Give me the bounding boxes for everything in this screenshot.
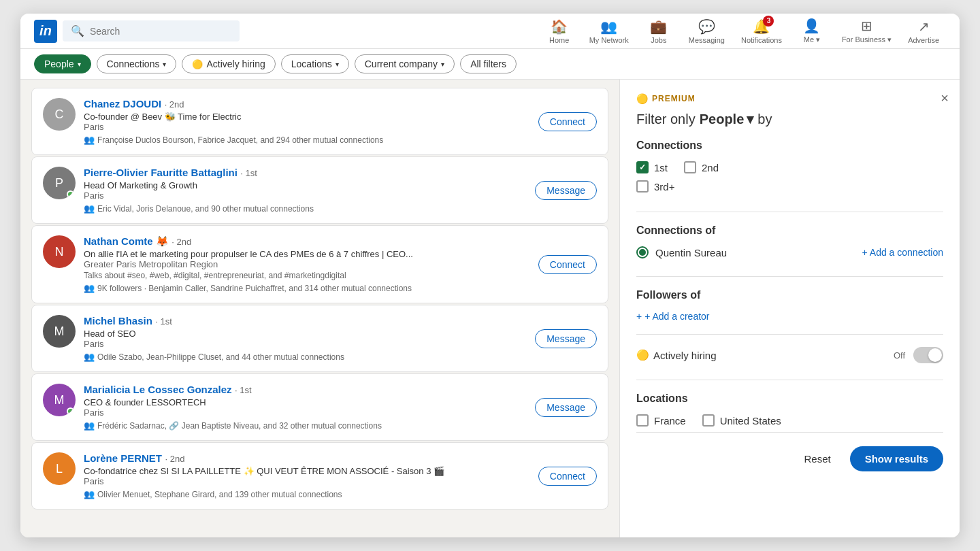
people-filter-label: People <box>44 59 74 69</box>
checkbox-united-states[interactable]: United States <box>702 414 781 427</box>
premium-text: PREMIUM <box>652 94 696 103</box>
table-row: N Nathan Comte 🦊 · 2nd On allie l'IA et … <box>31 225 608 303</box>
avatar: M <box>43 384 76 416</box>
actively-hiring-filter-label: Actively hiring <box>206 59 265 69</box>
connect-button[interactable]: Connect <box>538 255 597 274</box>
result-degree: · 2nd <box>165 454 184 464</box>
result-title: Co-fondatrice chez SI SI LA PAILLETTE ✨ … <box>84 466 597 476</box>
result-mutual: 👥 Eric Vidal, Joris Delanoue, and 90 oth… <box>84 203 597 214</box>
add-creator-link[interactable]: + + Add a creator <box>636 311 943 322</box>
close-panel-button[interactable]: × <box>941 90 949 106</box>
checkbox-1st-box[interactable] <box>636 161 649 173</box>
current-company-filter-label: Current company <box>365 59 438 69</box>
filter-entity-label[interactable]: People ▾ <box>700 111 754 127</box>
followers-of-title: Followers of <box>636 289 943 301</box>
all-filters-label: All filters <box>470 59 506 69</box>
premium-icon: 🟡 <box>636 93 648 104</box>
result-degree: · 2nd <box>172 237 191 247</box>
result-name[interactable]: Lorène PERNET <box>84 452 162 464</box>
checkbox-3rd-box[interactable] <box>636 180 649 193</box>
result-name[interactable]: Pierre-Olivier Fauritte Battaglini <box>84 167 238 178</box>
table-row: C Chanez DJOUDI · 2nd Co-founder @ Beev … <box>31 88 608 155</box>
panel-footer: Reset Show results <box>636 432 943 471</box>
nav-home-label: Home <box>549 36 569 44</box>
show-results-button[interactable]: Show results <box>850 446 943 471</box>
nav-advertise-label: Advertise <box>908 36 939 44</box>
result-title: Head Of Marketing & Growth <box>84 180 597 190</box>
checkbox-france[interactable]: France <box>636 414 686 427</box>
search-input[interactable] <box>90 26 231 37</box>
result-info: Michel Bhasin · 1st Head of SEO Paris 👥 … <box>84 315 597 362</box>
table-row: M Michel Bhasin · 1st Head of SEO Paris … <box>31 305 608 372</box>
connect-button[interactable]: Connect <box>538 467 597 486</box>
nav-messaging-label: Messaging <box>689 36 725 44</box>
checkbox-1st-label: 1st <box>654 162 668 173</box>
result-mutual: 👥 Olivier Menuet, Stephane Girard, and 1… <box>84 489 597 499</box>
notifications-icon: 🔔 3 <box>753 18 770 35</box>
result-title: CEO & founder LESSORTECH <box>84 397 597 407</box>
result-degree: · 1st <box>240 168 257 178</box>
nav-business[interactable]: ⊞ For Business ▾ <box>835 15 898 47</box>
avatar: N <box>43 235 76 268</box>
checkbox-2nd-box[interactable] <box>684 161 696 173</box>
result-name[interactable]: Chanez DJOUDI <box>84 98 161 110</box>
result-location: Paris <box>84 190 597 201</box>
result-name[interactable]: Marialicia Le Cossec Gonzalez <box>84 384 232 395</box>
all-filters-button[interactable]: All filters <box>460 54 517 73</box>
avatar: C <box>43 98 76 131</box>
actively-hiring-filter-button[interactable]: 🟡 Actively hiring <box>182 54 275 73</box>
connections-chevron-icon: ▾ <box>163 61 166 68</box>
message-button[interactable]: Message <box>535 181 597 200</box>
connections-of-radio[interactable] <box>636 246 649 258</box>
locations-filter-button[interactable]: Locations ▾ <box>281 54 349 73</box>
current-company-filter-button[interactable]: Current company ▾ <box>355 54 455 73</box>
nav-advertise[interactable]: ↗ Advertise <box>901 16 946 47</box>
checkbox-france-box[interactable] <box>636 414 649 427</box>
nav-icons: 🏠 Home 👥 My Network 💼 Jobs 💬 Messaging 🔔… <box>539 15 946 47</box>
online-indicator <box>67 407 74 415</box>
nav-jobs[interactable]: 💼 Jobs <box>638 16 679 47</box>
result-title: Co-founder @ Beev 🐝 Time for Electric <box>84 112 597 122</box>
messaging-icon: 💬 <box>698 18 715 35</box>
checkbox-united-states-box[interactable] <box>702 414 715 427</box>
actively-hiring-row: 🟡 Actively hiring Off <box>636 347 943 363</box>
navbar: in 🔍 🏠 Home 👥 My Network 💼 Jobs 💬 Messag… <box>20 14 960 49</box>
result-info: Marialicia Le Cossec Gonzalez · 1st CEO … <box>84 384 597 431</box>
avatar: L <box>43 452 76 485</box>
message-button[interactable]: Message <box>535 398 597 417</box>
result-name[interactable]: Nathan Comte 🦊 <box>84 235 169 247</box>
toggle-off-label: Off <box>894 350 905 361</box>
nav-home[interactable]: 🏠 Home <box>539 16 580 47</box>
avatar: M <box>43 315 76 348</box>
reset-button[interactable]: Reset <box>796 448 838 470</box>
message-button[interactable]: Message <box>535 329 597 348</box>
linkedin-logo[interactable]: in <box>34 20 57 43</box>
toggle-container: Off <box>894 347 943 363</box>
nav-notifications[interactable]: 🔔 3 Notifications <box>734 16 789 47</box>
location-checkboxes: France United States <box>636 414 943 427</box>
checkbox-2nd[interactable]: 2nd <box>684 161 719 173</box>
checkbox-3rd[interactable]: 3rd+ <box>636 180 674 193</box>
result-name[interactable]: Michel Bhasin <box>84 315 152 327</box>
add-connection-link[interactable]: + Add a connection <box>862 247 944 258</box>
connections-filter-button[interactable]: Connections ▾ <box>97 54 177 73</box>
nav-network[interactable]: 👥 My Network <box>583 16 636 47</box>
advertise-icon: ↗ <box>918 18 930 35</box>
checkbox-1st[interactable]: 1st <box>636 161 668 173</box>
connections-of-title: Connections of <box>636 224 943 237</box>
result-location: Greater Paris Metropolitan Region <box>84 259 597 269</box>
actively-hiring-toggle[interactable] <box>913 347 943 363</box>
nav-me[interactable]: 👤 Me ▾ <box>791 15 832 47</box>
connections-of-person: Quentin Sureau <box>655 247 727 258</box>
result-location: Paris <box>84 407 597 418</box>
section-divider-2 <box>636 276 943 277</box>
nav-business-label: For Business ▾ <box>842 35 892 44</box>
filter-header: Filter only People ▾ by <box>636 111 943 127</box>
search-bar[interactable]: 🔍 <box>63 20 240 41</box>
section-divider-4 <box>636 380 943 380</box>
people-filter-button[interactable]: People ▾ <box>34 54 91 73</box>
connect-button[interactable]: Connect <box>538 112 597 131</box>
nav-messaging[interactable]: 💬 Messaging <box>682 16 732 47</box>
nav-me-label: Me ▾ <box>804 35 820 44</box>
result-mutual: 👥 9K followers · Benjamin Caller, Sandri… <box>84 283 597 293</box>
